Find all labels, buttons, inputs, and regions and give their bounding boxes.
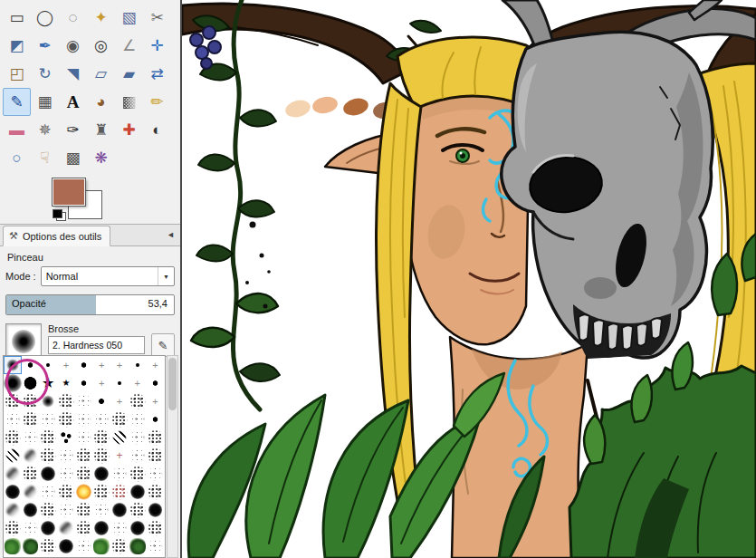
brush-cell-69[interactable] <box>110 483 129 501</box>
brush-cell-53[interactable] <box>147 447 165 465</box>
brush-cell-1[interactable] <box>22 356 40 374</box>
brush-preview[interactable] <box>5 323 42 360</box>
brush-cell-12[interactable] <box>57 374 75 392</box>
brush-cell-0[interactable] <box>4 356 22 374</box>
brush-cell-80[interactable] <box>147 501 165 519</box>
brush-cell-94[interactable] <box>75 537 93 555</box>
brush-cell-16[interactable] <box>129 374 147 392</box>
tool-eraser-button[interactable]: ▬ <box>3 116 31 144</box>
brush-cell-62[interactable] <box>147 465 165 483</box>
brush-cell-65[interactable] <box>39 483 57 501</box>
tool-bucket-fill-button[interactable]: ◕ <box>87 88 115 116</box>
tool-dodge-burn-button[interactable]: ◐ <box>143 116 171 144</box>
brush-cell-64[interactable] <box>22 483 40 501</box>
tool-smudge-button[interactable]: ☟ <box>31 144 59 172</box>
brush-cell-71[interactable] <box>147 483 165 501</box>
brush-cell-39[interactable] <box>57 428 75 447</box>
brush-cell-50[interactable] <box>92 447 110 465</box>
brush-cell-73[interactable] <box>22 501 40 519</box>
tool-gradient-button[interactable]: ▩ <box>115 88 143 116</box>
brush-cell-37[interactable] <box>22 428 40 447</box>
brush-cell-83[interactable] <box>39 519 57 537</box>
tool-foreground-select-button[interactable]: ◩ <box>3 32 31 60</box>
tool-rectangle-select-button[interactable]: ▭ <box>3 4 31 32</box>
brush-cell-75[interactable] <box>57 501 75 519</box>
chevron-down-icon[interactable]: ▼ <box>158 267 174 285</box>
brush-cell-76[interactable] <box>75 501 93 519</box>
brush-cell-8[interactable] <box>147 356 165 374</box>
brush-cell-26[interactable] <box>147 392 165 410</box>
brush-cell-40[interactable] <box>75 428 93 447</box>
tool-paintbrush-button[interactable]: ✎ <box>3 88 31 116</box>
brush-cell-93[interactable] <box>57 537 75 555</box>
brush-cell-52[interactable] <box>129 447 147 465</box>
mode-dropdown[interactable]: Normal ▼ <box>41 266 175 286</box>
brush-cell-36[interactable] <box>4 428 22 447</box>
tool-align-button[interactable]: ▦ <box>31 88 59 116</box>
brush-cell-96[interactable] <box>110 537 129 555</box>
tool-rotate-button[interactable]: ↻ <box>31 60 59 88</box>
brush-cell-13[interactable] <box>75 374 93 392</box>
edit-brush-button[interactable]: ✎ <box>151 333 175 357</box>
scrollbar-thumb[interactable] <box>168 358 177 410</box>
color-selector[interactable] <box>53 178 110 222</box>
brush-cell-60[interactable] <box>110 465 129 483</box>
brush-cell-9[interactable] <box>4 374 22 392</box>
brush-cell-54[interactable] <box>4 465 22 483</box>
brush-cell-92[interactable] <box>39 537 57 555</box>
tool-paths-button[interactable]: ✒ <box>31 32 59 60</box>
tool-scissors-select-button[interactable]: ✂ <box>143 4 171 32</box>
brush-cell-5[interactable] <box>92 356 110 374</box>
brush-cell-86[interactable] <box>92 519 110 537</box>
brush-cell-30[interactable] <box>57 410 75 428</box>
tool-flip-button[interactable]: ⇄ <box>143 60 171 88</box>
brush-cell-85[interactable] <box>75 519 93 537</box>
brush-list-scrollbar[interactable] <box>167 355 178 558</box>
tool-color-picker-button[interactable]: ◉ <box>59 32 87 60</box>
tool-perspective-button[interactable]: ▰ <box>115 60 143 88</box>
tool-blur-sharpen-button[interactable]: ○ <box>3 144 31 172</box>
brush-cell-90[interactable] <box>4 537 22 555</box>
brush-cell-98[interactable] <box>147 537 165 555</box>
brush-cell-46[interactable] <box>22 447 40 465</box>
opacity-slider[interactable]: Opacité 53,4 <box>5 294 175 315</box>
tool-ink-button[interactable]: ✑ <box>59 116 87 144</box>
brush-cell-27[interactable] <box>4 410 22 428</box>
brush-cell-29[interactable] <box>39 410 57 428</box>
brush-cell-57[interactable] <box>57 465 75 483</box>
tool-shear-button[interactable]: ▱ <box>87 60 115 88</box>
brush-cell-10[interactable] <box>22 374 40 392</box>
brush-cell-88[interactable] <box>129 519 147 537</box>
brush-cell-97[interactable] <box>129 537 147 555</box>
brush-cell-20[interactable] <box>39 392 57 410</box>
brush-cell-7[interactable] <box>129 356 147 374</box>
tool-warp-transform-button[interactable]: ❋ <box>87 144 115 172</box>
tool-airbrush-button[interactable]: ✵ <box>31 116 59 144</box>
brush-cell-81[interactable] <box>4 519 22 537</box>
brush-cell-31[interactable] <box>75 410 93 428</box>
tool-free-select-button[interactable]: ◌ <box>59 4 87 32</box>
tool-ellipse-select-button[interactable]: ◯ <box>31 4 59 32</box>
brush-cell-77[interactable] <box>92 501 110 519</box>
brush-cell-59[interactable] <box>92 465 110 483</box>
tab-tool-options[interactable]: ⚒ Options des outils <box>3 226 110 246</box>
image-canvas[interactable] <box>182 0 756 558</box>
brush-cell-70[interactable] <box>129 483 147 501</box>
brush-name-field[interactable]: 2. Hardness 050 <box>48 336 145 354</box>
brush-cell-91[interactable] <box>22 537 40 555</box>
brush-cell-55[interactable] <box>22 465 40 483</box>
brush-cell-74[interactable] <box>39 501 57 519</box>
brush-cell-33[interactable] <box>110 410 129 428</box>
tool-crop-button[interactable]: ◰ <box>3 60 31 88</box>
brush-cell-82[interactable] <box>22 519 40 537</box>
tool-clone-button[interactable]: ♜ <box>87 116 115 144</box>
brush-cell-89[interactable] <box>147 519 165 537</box>
tool-zoom-button[interactable]: ◎ <box>87 32 115 60</box>
brush-cell-21[interactable] <box>57 392 75 410</box>
brush-cell-79[interactable] <box>129 501 147 519</box>
tool-fuzzy-select-button[interactable]: ✦ <box>87 4 115 32</box>
brush-cell-35[interactable] <box>147 410 165 428</box>
brush-cell-34[interactable] <box>129 410 147 428</box>
brush-cell-78[interactable] <box>110 501 129 519</box>
brush-cell-49[interactable] <box>75 447 93 465</box>
